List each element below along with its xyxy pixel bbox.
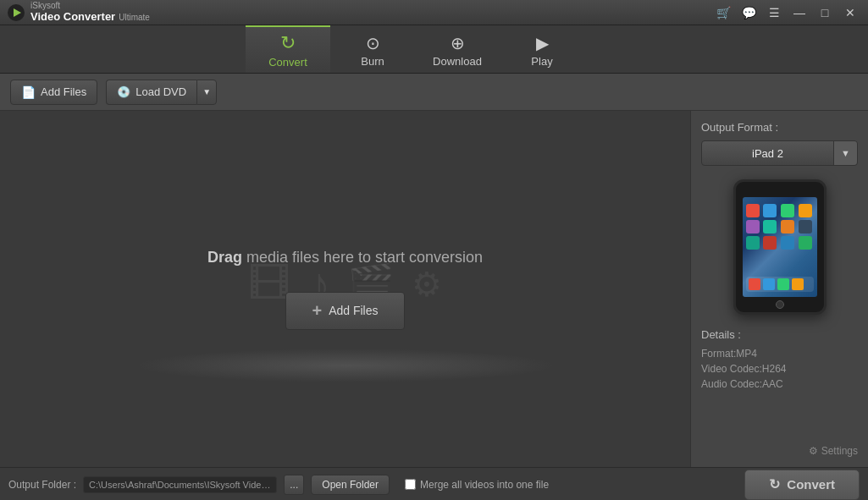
tab-bar: ↻ Convert ⊙ Burn ⊕ Download ▶ Play — [0, 25, 868, 74]
load-dvd-button[interactable]: 💿 Load DVD ▼ — [106, 80, 217, 105]
minimize-button[interactable]: — — [788, 2, 810, 24]
title-bar: iSkysoft Video Converter Ultimate 🛒 💬 ☰ … — [0, 0, 868, 25]
device-image — [701, 179, 858, 315]
convert-tab-icon: ↻ — [280, 32, 296, 54]
speech-icon[interactable]: 💬 — [738, 2, 760, 24]
settings-gear-icon: ⚙ — [809, 445, 818, 457]
bottom-bar: Output Folder : C:\Users\Ashraf\Document… — [0, 467, 868, 500]
play-tab-icon: ▶ — [536, 33, 549, 53]
toolbar: 📄 Add Files 💿 Load DVD ▼ — [0, 74, 868, 111]
ipad-screen — [743, 197, 817, 297]
convert-button-label: Convert — [787, 477, 835, 492]
ipad-app-6 — [763, 220, 777, 234]
format-selector-label: iPad 2 — [702, 147, 833, 160]
open-folder-button[interactable]: Open Folder — [311, 475, 390, 495]
add-files-button[interactable]: 📄 Add Files — [10, 80, 97, 105]
settings-label: Settings — [821, 445, 858, 457]
menu-icon[interactable]: ☰ — [763, 2, 785, 24]
details-label: Details : — [701, 328, 858, 341]
add-files-center-label: Add Files — [329, 304, 378, 317]
audio-codec-detail: Audio Codec:AAC — [701, 378, 858, 390]
app-logo-icon — [7, 3, 25, 22]
tab-play[interactable]: ▶ Play — [500, 25, 584, 73]
ipad-app-10 — [763, 236, 777, 250]
tab-burn[interactable]: ⊙ Burn — [330, 25, 415, 73]
ipad-app-1 — [746, 204, 760, 217]
ipad-app-5 — [746, 220, 760, 234]
download-tab-label: Download — [433, 55, 482, 68]
settings-link[interactable]: ⚙ Settings — [809, 445, 858, 457]
maximize-button[interactable]: □ — [814, 2, 836, 24]
load-dvd-label: Load DVD — [135, 85, 186, 98]
dock-app-2 — [763, 278, 775, 290]
dock-app-1 — [749, 278, 760, 290]
drop-zone-glow — [134, 349, 557, 382]
merge-checkbox-input[interactable] — [405, 479, 416, 490]
tab-download[interactable]: ⊕ Download — [415, 25, 500, 73]
burn-tab-label: Burn — [361, 55, 384, 68]
output-folder-path: C:\Users\Ashraf\Documents\ISkysoft Video… — [83, 476, 277, 493]
ipad-app-4 — [799, 204, 812, 217]
ipad-app-11 — [781, 236, 794, 250]
browse-folder-button[interactable]: ... — [284, 475, 304, 495]
output-folder-label: Output Folder : — [8, 479, 76, 491]
convert-button-icon: ↻ — [769, 476, 780, 492]
gear-icon-bg: ⚙ — [412, 264, 442, 303]
ipad-device — [733, 179, 827, 315]
ipad-app-3 — [781, 204, 794, 217]
ipad-screen-icons — [743, 197, 817, 253]
app-name-block: iSkysoft Video Converter Ultimate — [30, 2, 150, 23]
dock-app-3 — [777, 278, 789, 290]
video-codec-detail: Video Codec:H264 — [701, 363, 858, 375]
add-files-icon: 📄 — [21, 85, 36, 99]
close-button[interactable]: ✕ — [839, 2, 861, 24]
ipad-app-9 — [746, 236, 760, 250]
ipad-app-12 — [799, 236, 812, 250]
ipad-dock — [746, 277, 814, 292]
app-logo: iSkysoft Video Converter Ultimate — [7, 2, 150, 23]
burn-tab-icon: ⊙ — [366, 33, 380, 53]
app-name-ultimate: Ultimate — [119, 13, 150, 22]
drop-zone[interactable]: 🎞 ♪ 🎬 ⚙ Drag media files here to start c… — [0, 111, 690, 467]
right-panel: Output Format : iPad 2 ▼ — [690, 111, 868, 467]
convert-tab-label: Convert — [268, 56, 307, 69]
add-files-label: Add Files — [41, 85, 86, 98]
ipad-app-2 — [763, 204, 777, 217]
play-tab-label: Play — [531, 55, 552, 68]
add-files-plus-icon: + — [312, 301, 322, 321]
format-detail: Format:MP4 — [701, 348, 858, 360]
app-name-small: iSkysoft — [30, 2, 150, 10]
add-files-center-button[interactable]: + Add Files — [285, 292, 404, 330]
app-name-main: Video Converter — [30, 10, 115, 23]
title-bar-actions: 🛒 💬 ☰ — □ ✕ — [712, 2, 861, 24]
ipad-app-8 — [799, 220, 812, 234]
tab-convert[interactable]: ↻ Convert — [246, 25, 330, 73]
load-dvd-dropdown-arrow[interactable]: ▼ — [196, 80, 217, 105]
format-selector[interactable]: iPad 2 ▼ — [701, 140, 858, 166]
download-tab-icon: ⊕ — [451, 33, 465, 53]
output-format-label: Output Format : — [701, 121, 858, 134]
main-area: 🎞 ♪ 🎬 ⚙ Drag media files here to start c… — [0, 111, 868, 467]
drop-text-rest: media files here to start conversion — [242, 249, 483, 266]
merge-checkbox-text: Merge all videos into one file — [420, 479, 549, 491]
ipad-home-button — [776, 300, 784, 309]
drop-text-drag: Drag — [207, 249, 242, 266]
cart-icon[interactable]: 🛒 — [712, 2, 734, 24]
drop-text: Drag media files here to start conversio… — [207, 249, 483, 266]
film-icon: 🎞 — [248, 259, 290, 308]
format-selector-arrow-icon[interactable]: ▼ — [833, 141, 857, 165]
dock-app-4 — [792, 278, 804, 290]
load-dvd-main[interactable]: 💿 Load DVD — [106, 80, 196, 105]
convert-button[interactable]: ↻ Convert — [744, 470, 860, 500]
load-dvd-icon: 💿 — [117, 85, 130, 98]
merge-checkbox-label[interactable]: Merge all videos into one file — [405, 479, 549, 491]
ipad-app-7 — [781, 220, 794, 234]
